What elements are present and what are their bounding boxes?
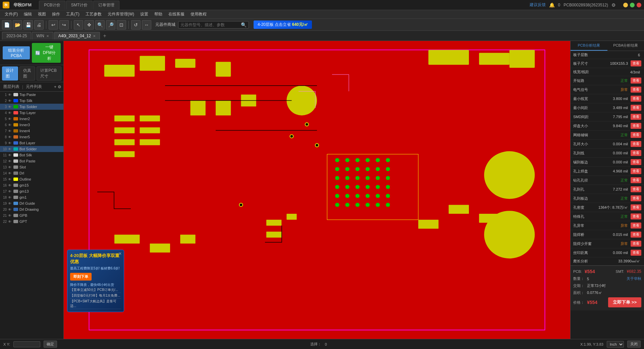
search-input[interactable] [180, 22, 241, 27]
layer-list-tab[interactable]: 图层列表 [2, 83, 21, 90]
feedback-link[interactable]: 建议反馈 [530, 2, 546, 8]
pcba-analysis-button[interactable]: 组装分析 PCBA [3, 46, 30, 59]
analysis-check-button[interactable]: 查看 [631, 195, 641, 201]
title-tab-pcb--[interactable]: PCB计价 [39, 1, 65, 9]
layer-visibility-icon[interactable]: 👁 [8, 93, 12, 97]
menu-item[interactable]: 文件(F) [2, 10, 20, 18]
menu-item[interactable]: 设置 [138, 10, 151, 18]
analysis-check-button[interactable]: 查看 [631, 105, 641, 111]
search-box[interactable]: 🔍 [178, 21, 249, 29]
doc-tab-WIN[interactable]: WIN✕ [32, 32, 53, 40]
ad-item[interactable]: 【四堂板0元打样】每月1次免费... [70, 293, 121, 299]
layer-settings-icon[interactable]: ⚙ [58, 85, 61, 89]
analysis-check-button[interactable]: 查看 [631, 168, 641, 174]
layer-visibility-icon[interactable]: 👁 [8, 105, 12, 109]
title-tab-smt--[interactable]: SMT计价 [66, 1, 93, 9]
minimize-button[interactable] [623, 3, 628, 7]
order-button[interactable]: 立即下单 >> [608, 297, 641, 307]
layer-visibility-icon[interactable]: 👁 [8, 196, 12, 199]
layer-visibility-icon[interactable]: 👁 [8, 178, 12, 181]
subtab-calc[interactable]: 计算PCB尺寸 [37, 66, 61, 81]
layer-visibility-icon[interactable]: 👁 [8, 135, 12, 139]
layer-item[interactable]: 3 👁 Top Solder [0, 104, 63, 110]
doc-tab-A40i_2023_04_12[interactable]: A40i_2023_04_12✕ [54, 32, 100, 40]
layer-item[interactable]: 20 👁 Drl Drawing [0, 206, 63, 212]
layer-item[interactable]: 1 👁 Top Paste [0, 92, 63, 98]
new-button[interactable]: 📄 [2, 20, 11, 30]
layer-visibility-icon[interactable]: 👁 [8, 171, 12, 175]
redo-button[interactable]: ↪ [59, 20, 69, 30]
analysis-check-button[interactable]: 查看 [631, 114, 641, 120]
close-status-button[interactable]: 关闭 [627, 341, 641, 348]
canvas-area[interactable]: ✕ 4-20层板 大幅降价享双重优惠 最高工程费降至5折! 板材费6.6折! 即… [64, 41, 570, 339]
xy-input[interactable] [13, 341, 40, 347]
analysis-check-button[interactable]: 查看 [631, 150, 641, 156]
analysis-check-button[interactable]: 查看 [631, 141, 641, 147]
layer-visibility-icon[interactable]: 👁 [8, 141, 12, 145]
print-button[interactable]: 🖨 [34, 20, 44, 30]
title-tab-----[interactable]: 订单管理 [93, 1, 119, 9]
analysis-check-button[interactable]: 查看 [631, 232, 641, 238]
menu-item[interactable]: 在线客服 [166, 10, 187, 18]
analysis-check-button[interactable]: 查看 [631, 204, 641, 210]
layer-visibility-icon[interactable]: 👁 [8, 190, 12, 193]
layer-item[interactable]: 14 👁 Drl [0, 170, 63, 176]
layer-visibility-icon[interactable]: 👁 [8, 208, 12, 211]
zoom-out-button[interactable]: 🔎 [106, 20, 115, 30]
ad-item[interactable]: 【PCB+SMT大帆边凤】是客可适... [70, 299, 121, 309]
layer-visibility-icon[interactable]: 👁 [8, 99, 12, 103]
analysis-check-button[interactable]: 查看 [631, 250, 641, 256]
pcb-analysis-tab[interactable]: PCB分析结果 [571, 41, 607, 51]
open-button[interactable]: 📂 [13, 20, 22, 30]
huaqiu-link[interactable]: 关于华秋 [627, 276, 641, 281]
layer-visibility-icon[interactable]: 👁 [8, 159, 12, 163]
layer-visibility-icon[interactable]: 👁 [8, 111, 12, 115]
layer-item[interactable]: 17 👁 gm13 [0, 188, 63, 194]
layer-item[interactable]: 12 👁 Bot Paste [0, 158, 63, 164]
layer-item[interactable]: 4 👁 Top Layer [0, 110, 63, 116]
layer-visibility-icon[interactable]: 👁 [8, 202, 12, 205]
layer-visibility-icon[interactable]: 👁 [8, 165, 12, 169]
analysis-check-button[interactable]: 查看 [631, 132, 641, 138]
menu-item[interactable]: 视图 [35, 10, 49, 18]
subtab-sim[interactable]: 仿真图 [19, 66, 36, 81]
promo-banner[interactable]: 4-20层板 点击立省 640元/㎡ [254, 20, 312, 29]
zoom-in-button[interactable]: 🔍 [95, 20, 105, 30]
rotate-button[interactable]: ↺ [131, 20, 141, 30]
layer-item[interactable]: 5 👁 Inner2 [0, 116, 63, 122]
layer-visibility-icon[interactable]: 👁 [8, 153, 12, 157]
move-button[interactable]: ✥ [85, 20, 94, 30]
analysis-check-button[interactable]: 查看 [631, 186, 641, 192]
layer-item[interactable]: 16 👁 gm15 [0, 182, 63, 188]
analysis-check-button[interactable]: 查看 [631, 87, 641, 93]
layer-item[interactable]: 7 👁 Inner4 [0, 128, 63, 134]
menu-item[interactable]: 工艺参数 [83, 10, 104, 18]
menu-item[interactable]: 帮助 [152, 10, 165, 18]
analysis-check-button[interactable]: 查看 [631, 123, 641, 129]
menu-item[interactable]: 操作 [49, 10, 63, 18]
layer-visibility-icon[interactable]: 👁 [8, 214, 12, 217]
tab-close-icon[interactable]: ✕ [93, 34, 96, 38]
layer-item[interactable]: 22 👁 GPT [0, 218, 63, 225]
subtab-design[interactable]: 设计图 [2, 66, 18, 81]
analysis-check-button[interactable]: 查看 [631, 60, 641, 66]
analysis-check-button[interactable]: 查看 [631, 213, 641, 219]
menu-item[interactable]: 工具(T) [63, 10, 82, 18]
pcba-analysis-tab[interactable]: PCBA分析结果 [607, 41, 644, 51]
ad-order-button[interactable]: 即刻下单 [70, 273, 92, 281]
add-layer-icon[interactable]: + [54, 85, 56, 89]
close-button[interactable] [637, 3, 641, 7]
layer-visibility-icon[interactable]: 👁 [8, 129, 12, 133]
layer-visibility-icon[interactable]: 👁 [8, 147, 12, 151]
layer-item[interactable]: 2 👁 Top Silk [0, 98, 63, 104]
select-button[interactable]: ↖ [74, 20, 83, 30]
flip-button[interactable]: ↔ [142, 20, 151, 30]
menu-item[interactable]: 编辑 [21, 10, 35, 18]
layer-item[interactable]: 10 👁 Bot Solder [0, 146, 63, 152]
doc-tab-2023-04-25[interactable]: 2023-04-25 [2, 32, 31, 40]
layer-item[interactable]: 6 👁 Inner3 [0, 122, 63, 128]
layer-item[interactable]: 21 👁 GPB [0, 212, 63, 218]
ad-item[interactable]: 【置单立减50元】PCB订单元/... [70, 287, 121, 293]
analysis-check-button[interactable]: 查看 [631, 177, 641, 183]
layer-item[interactable]: 18 👁 gm1 [0, 194, 63, 200]
